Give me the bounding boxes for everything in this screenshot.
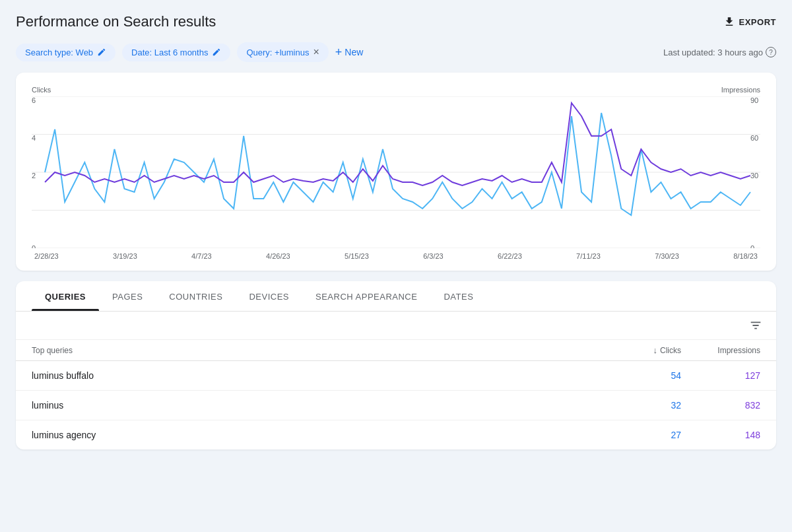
export-button[interactable]: EXPORT xyxy=(723,16,776,28)
chart-axis-labels: Clicks Impressions xyxy=(32,86,760,94)
export-icon xyxy=(723,16,735,28)
table-row: luminus buffalo 54 127 xyxy=(16,361,776,391)
help-icon[interactable]: ? xyxy=(766,47,776,57)
plus-icon: + xyxy=(335,46,343,58)
tab-pages[interactable]: PAGES xyxy=(99,281,156,311)
tab-search-appearance[interactable]: SEARCH APPEARANCE xyxy=(302,281,430,311)
row-clicks-1: 54 xyxy=(602,370,681,381)
row-clicks-2: 32 xyxy=(602,400,681,411)
row-query-2: luminus xyxy=(32,400,602,411)
tab-countries[interactable]: COUNTRIES xyxy=(156,281,236,311)
tab-queries[interactable]: QUERIES xyxy=(32,281,99,311)
col-header-query: Top queries xyxy=(32,346,602,355)
chart-card: Clicks Impressions 6 4 2 0 90 60 30 0 xyxy=(16,73,776,271)
chart-x-labels: 2/28/23 3/19/23 4/7/23 4/26/23 5/15/23 6… xyxy=(32,252,760,260)
svg-text:0: 0 xyxy=(750,244,754,248)
filter-query-close[interactable]: × xyxy=(313,46,319,58)
col-header-clicks[interactable]: ↓ Clicks xyxy=(602,345,681,355)
table-row: luminus 32 832 xyxy=(16,391,776,420)
edit-icon xyxy=(97,48,106,57)
svg-text:60: 60 xyxy=(750,134,758,142)
row-impressions-2: 832 xyxy=(681,400,760,411)
edit-icon-date xyxy=(212,48,221,57)
svg-text:2: 2 xyxy=(32,172,36,180)
svg-text:30: 30 xyxy=(750,172,758,180)
row-impressions-3: 148 xyxy=(681,430,760,440)
filter-date[interactable]: Date: Last 6 months xyxy=(122,44,230,61)
filter-query[interactable]: Query: +luminus × xyxy=(237,42,328,62)
table-header: Top queries ↓ Clicks Impressions xyxy=(16,340,776,361)
filter-icon-row xyxy=(16,312,776,340)
filters-row: Search type: Web Date: Last 6 months Que… xyxy=(16,42,776,62)
svg-text:0: 0 xyxy=(32,244,36,248)
row-clicks-3: 27 xyxy=(602,430,681,440)
tab-devices[interactable]: DEVICES xyxy=(236,281,302,311)
svg-text:6: 6 xyxy=(32,96,36,104)
row-impressions-1: 127 xyxy=(681,370,760,381)
row-query-3: luminus agency xyxy=(32,430,602,440)
tabs-row: QUERIES PAGES COUNTRIES DEVICES SEARCH A… xyxy=(16,281,776,312)
page-header: Performance on Search results EXPORT xyxy=(16,13,776,30)
sort-arrow-icon: ↓ xyxy=(653,345,658,355)
table-filter-icon[interactable] xyxy=(748,318,763,333)
table-card: QUERIES PAGES COUNTRIES DEVICES SEARCH A… xyxy=(16,281,776,449)
page-title: Performance on Search results xyxy=(16,13,216,30)
col-header-impressions: Impressions xyxy=(681,346,760,355)
svg-text:90: 90 xyxy=(750,96,758,104)
svg-text:4: 4 xyxy=(32,134,36,142)
table-row: luminus agency 27 148 xyxy=(16,420,776,449)
filter-search-type[interactable]: Search type: Web xyxy=(16,44,116,61)
tab-dates[interactable]: DATES xyxy=(430,281,486,311)
chart-svg: 6 4 2 0 90 60 30 0 xyxy=(32,96,760,248)
new-filter-button[interactable]: + New xyxy=(335,46,364,58)
last-updated: Last updated: 3 hours ago ? xyxy=(663,47,776,57)
row-query-1: luminus buffalo xyxy=(32,370,602,381)
chart-area: 6 4 2 0 90 60 30 0 xyxy=(32,96,760,248)
